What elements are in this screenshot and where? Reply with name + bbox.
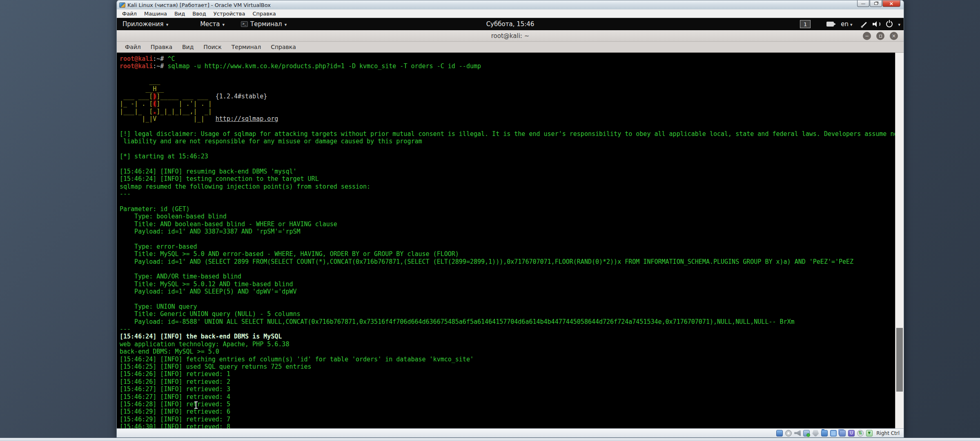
menu-item[interactable]: Терминал — [227, 42, 266, 51]
screen-recorder-icon[interactable] — [826, 22, 834, 27]
menu-item[interactable]: Справка — [266, 42, 301, 51]
host-taskbar[interactable] — [0, 438, 980, 441]
keyboard-layout-selector[interactable]: en — [841, 20, 852, 28]
terminal-line: [15:46:28] [INFO] retrieved: 5 — [120, 401, 904, 408]
menu-item[interactable]: Справка — [249, 10, 279, 18]
terminal-close-button[interactable]: × — [890, 32, 898, 40]
terminal-line: [*] starting at 15:46:23 — [120, 153, 904, 160]
terminal-line: [15:46:27] [INFO] retrieved: 4 — [120, 393, 904, 401]
terminal-line: sqlmap resumed the following injection p… — [120, 183, 904, 190]
desktop: { "colors": { "green": "#35cc35", "promp… — [0, 0, 980, 441]
terminal-line — [120, 296, 904, 303]
terminal-line: Payload: id=1' AND 3387=3387 AND 'rpSM'=… — [120, 228, 904, 235]
terminal-line: [!] legal disclaimer: Usage of sqlmap fo… — [120, 130, 904, 138]
menu-item[interactable]: Устройства — [210, 10, 249, 18]
terminal-line: |_|V |_| http://sqlmap.org — [120, 115, 904, 122]
close-button[interactable]: × — [882, 0, 900, 7]
restore-icon — [874, 2, 878, 5]
menu-item[interactable]: Машина — [140, 10, 171, 18]
workspace-switcher[interactable]: 1 — [800, 20, 811, 28]
terminal-line: |___|_ [.]_|_|_|__,| _| — [120, 108, 904, 115]
scrollbar-thumb[interactable] — [896, 328, 903, 392]
display-icon[interactable] — [830, 430, 837, 437]
terminal-line: [15:46:24] [INFO] testing connection to … — [120, 175, 904, 183]
terminal-line: Parameter: id (GET) — [120, 205, 904, 213]
clock[interactable]: Суббота, 15:46 — [486, 20, 535, 28]
terminal-line — [120, 160, 904, 167]
terminal-line: Title: Generic UNION query (NULL) - 5 co… — [120, 310, 904, 318]
terminal-line: [15:46:24] [INFO] the back-end DBMS is M… — [120, 333, 904, 340]
chevron-down-icon — [166, 20, 169, 28]
vm-app-icon — [119, 2, 125, 8]
terminal-line: Type: AND/OR time-based blind — [120, 273, 904, 280]
terminal-line: back-end DBMS: MySQL >= 5.0 — [120, 348, 904, 355]
terminal-line: Payload: id=1' AND SLEEP(5) AND 'dpWV'='… — [120, 288, 904, 295]
terminal-line: root@kali:~# sqlmap -u http://www.kvm.co… — [120, 62, 904, 70]
terminal-line: --- — [120, 190, 904, 198]
chevron-down-icon[interactable] — [898, 20, 900, 28]
terminal-icon: >_ — [241, 21, 248, 27]
menu-item[interactable]: Вид — [171, 10, 189, 18]
terminal-line: root@kali:~# ^C — [120, 55, 904, 62]
menu-item[interactable]: Файл — [120, 42, 146, 51]
terminal-line: Type: boolean-based blind — [120, 213, 904, 220]
applications-menu[interactable]: Приложения — [118, 18, 172, 30]
terminal-titlebar[interactable]: root@kali: ~ − × — [117, 30, 904, 42]
vbox-statusbar: Right Ctrl — [117, 428, 904, 437]
terminal-line: --- — [120, 325, 904, 333]
chevron-down-icon — [223, 20, 225, 28]
shared-folder-icon[interactable] — [821, 430, 828, 437]
chevron-down-icon — [850, 20, 853, 28]
brush-icon[interactable] — [862, 22, 867, 27]
recording-icon[interactable] — [839, 430, 846, 437]
menu-item[interactable]: Файл — [118, 10, 140, 18]
volume-icon[interactable] — [873, 21, 881, 27]
usb-icon[interactable] — [812, 430, 819, 437]
terminal-title: root@kali: ~ — [491, 32, 529, 40]
keyboard-capture-icon[interactable] — [866, 430, 873, 437]
terminal-line: [15:46:24] [INFO] fetching entries of co… — [120, 356, 904, 363]
terminal-line: [15:46:26] [INFO] retrieved: 1 — [120, 370, 904, 378]
terminal-output[interactable]: root@kali:~# ^Croot@kali:~# sqlmap -u ht… — [117, 53, 904, 429]
mouse-integration-icon[interactable] — [857, 430, 864, 437]
terminal-line — [120, 123, 904, 130]
terminal-line: Payload: id=1' AND (SELECT 2899 FROM(SEL… — [120, 258, 904, 265]
terminal-scrollbar[interactable] — [895, 53, 904, 429]
menu-item[interactable]: Правка — [146, 42, 177, 51]
terminal-minimize-button[interactable]: − — [863, 32, 871, 40]
virtualbox-window: Kali Linux (чистая) [Работает] - Oracle … — [116, 0, 904, 438]
kali-top-panel: Приложения Места >_ Терминал Суббота, 15… — [117, 18, 904, 30]
terminal-line: Type: error-based — [120, 243, 904, 250]
places-menu[interactable]: Места — [196, 18, 229, 30]
terminal-line — [120, 145, 904, 153]
chevron-down-icon — [285, 20, 287, 28]
terminal-line: Type: UNION query — [120, 303, 904, 310]
vbox-window-title: Kali Linux (чистая) [Работает] - Oracle … — [127, 2, 271, 8]
restore-button[interactable] — [870, 0, 882, 7]
terminal-line: liability and are not responsible for an… — [120, 138, 904, 145]
menu-item[interactable]: Ввод — [189, 10, 210, 18]
hard-disk-icon[interactable] — [776, 430, 783, 437]
cpu-icon[interactable] — [848, 430, 855, 437]
vbox-titlebar[interactable]: Kali Linux (чистая) [Работает] - Oracle … — [117, 0, 904, 9]
audio-icon[interactable] — [794, 430, 801, 437]
terminal-line: Title: AND boolean-based blind - WHERE o… — [120, 220, 904, 228]
minimize-button[interactable]: — — [857, 0, 869, 7]
terminal-line: [15:46:26] [INFO] retrieved: 2 — [120, 378, 904, 385]
terminal-line: Title: MySQL >= 5.0 AND error-based - WH… — [120, 250, 904, 258]
terminal-maximize-button[interactable] — [876, 32, 884, 40]
terminal-line — [120, 235, 904, 243]
terminal-line: [15:46:27] [INFO] retrieved: 3 — [120, 385, 904, 393]
network-icon[interactable] — [803, 430, 810, 437]
power-icon[interactable] — [886, 21, 893, 27]
terminal-line: [15:46:24] [INFO] resuming back-end DBMS… — [120, 168, 904, 175]
menu-item[interactable]: Поиск — [198, 42, 226, 51]
terminal-line: ___ — [120, 78, 904, 85]
terminal-line: ___ ___[)]_____ ___ ___ {1.2.4#stable} — [120, 93, 904, 100]
maximize-icon — [879, 35, 882, 38]
menu-item[interactable]: Вид — [177, 42, 198, 51]
terminal-app-menu[interactable]: >_ Терминал — [237, 18, 291, 30]
terminal-line — [120, 198, 904, 205]
host-key-label: Right Ctrl — [876, 430, 900, 436]
optical-disk-icon[interactable] — [785, 430, 792, 437]
